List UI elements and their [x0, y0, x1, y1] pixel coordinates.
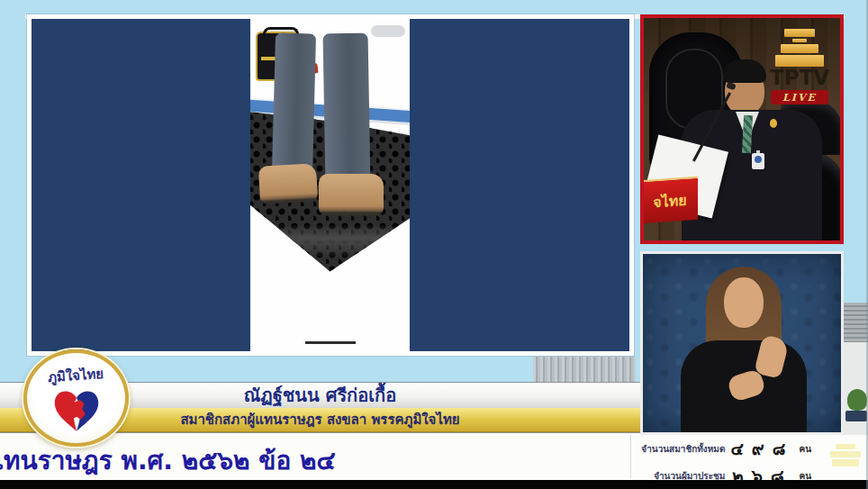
stat-value-present: ๒๖๘: [725, 462, 799, 480]
stat-unit-present: คน: [799, 469, 818, 481]
watermark-bar: [836, 444, 855, 449]
speaker-role: สมาชิกสภาผู้แทนราษฎร สงขลา พรรคภูมิใจไทย: [180, 409, 459, 430]
bhumjaithai-party-logo: ภูมิใจไทย: [23, 349, 129, 447]
background-building-illustration: [844, 303, 868, 435]
photo-person-right-leg: [323, 33, 371, 186]
speaker-lapel-pin: [770, 119, 777, 128]
slide-photo-anti-fatigue-mat: [250, 19, 410, 351]
podium-party-sign: จไทย: [642, 177, 698, 223]
tptv-channel-name: TPTV: [770, 68, 829, 88]
live-badge: LIVE: [771, 90, 828, 104]
live-badge-label: LIVE: [782, 92, 817, 104]
tptv-bar: [784, 29, 815, 37]
stat-label-total: จำนวนสมาชิกทั้งหมด: [631, 442, 725, 456]
podium-sign-text: จไทย: [653, 188, 686, 213]
slide-right-panel: [410, 19, 629, 351]
bottom-bar: แทนราษฎร พ.ศ. ๒๕๖๒ ข้อ ๒๔ จำนวนสมาชิกทั้…: [0, 432, 868, 480]
building-roof: [844, 303, 868, 342]
sign-language-interpreter-video: [640, 251, 844, 435]
tptv-stack-icon: [775, 29, 824, 67]
presentation-slide: [27, 14, 634, 356]
watermark-bar: [830, 451, 861, 457]
watermark-bar: [832, 459, 859, 466]
party-heart-icon: [50, 386, 103, 433]
tptv-watermark-icon: [830, 444, 861, 466]
stat-value-total: ๔๙๘: [725, 435, 799, 462]
stat-label-present: จำนวนผู้มาประชุม: [631, 469, 725, 481]
live-speaker-video: จไทย TPTV LIVE: [640, 14, 844, 244]
photo-right-boot: [319, 174, 384, 215]
bottom-black-bar: [0, 480, 868, 489]
slide-left-panel: [32, 19, 250, 351]
building-bush: [847, 389, 867, 411]
stat-row-total-members: จำนวนสมาชิกทั้งหมด ๔๙๘ คน: [631, 435, 857, 462]
attendance-panel: จำนวนสมาชิกทั้งหมด ๔๙๘ คน จำนวนผู้มาประช…: [630, 435, 857, 478]
photo-person-left-leg: [272, 32, 316, 176]
stat-row-present-members: จำนวนผู้มาประชุม ๒๖๘ คน: [631, 462, 857, 480]
background-building-strip: [533, 357, 636, 382]
tptv-bar: [792, 39, 807, 42]
building-bench: [845, 411, 867, 421]
interpreter-face: [724, 277, 764, 328]
agenda-ticker: แทนราษฎร พ.ศ. ๒๕๖๒ ข้อ ๒๔: [0, 440, 336, 480]
speaker-id-badge: [752, 153, 764, 169]
photo-watermark: [371, 25, 405, 37]
party-logo-label: ภูมิใจไทย: [48, 363, 105, 388]
speaker-name: ณัฏฐ์ชนน ศรีก่อเกื้อ: [244, 381, 396, 410]
tptv-bar: [781, 44, 818, 53]
photo-bottom-dash: [305, 341, 356, 344]
tptv-logo: TPTV LIVE: [766, 29, 833, 104]
broadcast-frame: ณัฏฐ์ชนน ศรีก่อเกื้อ สมาชิกสภาผู้แทนราษฎ…: [0, 0, 868, 489]
stat-unit-total: คน: [799, 442, 818, 456]
photo-left-boot: [258, 163, 318, 204]
speaker-hair: [723, 59, 766, 83]
